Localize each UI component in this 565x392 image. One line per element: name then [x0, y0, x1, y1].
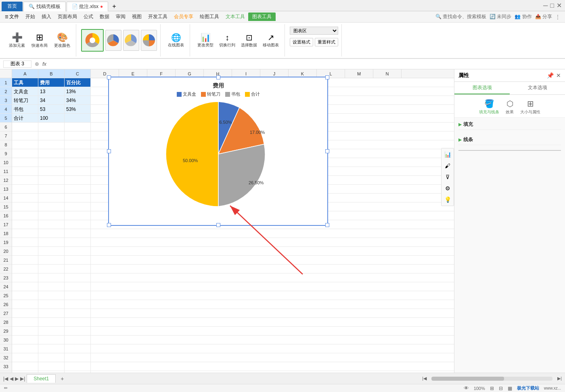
view-icon-page[interactable]: ⊟ [499, 386, 503, 391]
cell-B2[interactable]: 13 [38, 87, 65, 96]
ribbon-tab-insert[interactable]: 插入 [38, 13, 54, 21]
row-num-27[interactable]: 27 [0, 309, 12, 318]
row-num-16[interactable]: 16 [0, 211, 12, 220]
cell-A1[interactable]: 工具 [12, 78, 38, 87]
row-num-30[interactable]: 30 [0, 336, 12, 344]
handle-tl[interactable] [107, 75, 111, 79]
line-section-header[interactable]: ▶ 线条 [458, 133, 561, 145]
row-num-17[interactable]: 17 [0, 220, 12, 229]
row-num-13[interactable]: 13 [0, 185, 12, 194]
cell-A4[interactable]: 书包 [12, 105, 38, 113]
nav-next[interactable]: ▶ [15, 376, 19, 382]
ribbon-tab-review[interactable]: 审阅 [113, 13, 129, 21]
share-icon[interactable]: 📤 分享 [535, 13, 552, 20]
row-num-5[interactable]: 5 [0, 114, 12, 123]
cell-B4[interactable]: 53 [38, 105, 65, 113]
set-format-btn[interactable]: 设置格式 [290, 38, 313, 46]
row-num-12[interactable]: 12 [0, 176, 12, 185]
maximize-btn[interactable]: □ [550, 2, 554, 9]
minimize-btn[interactable]: ─ [543, 2, 548, 9]
cell-A3[interactable]: 转笔刀 [12, 96, 38, 104]
cell-ref-input[interactable] [3, 60, 31, 68]
nav-last[interactable]: ▶| [20, 376, 25, 382]
subtab-size-prop[interactable]: ⊞ 大小与属性 [520, 99, 540, 115]
cell-C3[interactable]: 34% [65, 96, 91, 104]
row-num-23[interactable]: 23 [0, 273, 12, 282]
col-N[interactable]: N [373, 69, 402, 78]
cell-C5[interactable] [65, 114, 91, 122]
ribbon-tab-chart[interactable]: 图表工具 [248, 13, 276, 21]
row-num-4[interactable]: 4 [0, 105, 12, 114]
reset-style-btn[interactable]: 重置样式 [315, 38, 338, 46]
add-sheet-btn[interactable]: + [57, 374, 67, 383]
collab-icon[interactable]: 👥 协作 [515, 13, 532, 20]
quick-layout-btn[interactable]: ⊞ 快速布局 [29, 31, 50, 49]
row-num-2[interactable]: 2 [0, 87, 12, 96]
ribbon-tab-dev[interactable]: 开发工具 [145, 13, 171, 21]
chart-area-select[interactable]: 图表区 [290, 27, 338, 35]
cell-C2[interactable]: 13% [65, 87, 91, 96]
pie-slice-3[interactable] [165, 102, 218, 206]
fill-section-header[interactable]: ▶ 填充 [458, 118, 561, 130]
row-num-18[interactable]: 18 [0, 229, 12, 238]
row-num-24[interactable]: 24 [0, 282, 12, 291]
row-num-1[interactable]: 1 [0, 78, 12, 87]
change-type-btn[interactable]: 📊 更改类型 [195, 32, 216, 49]
row-num-6[interactable]: 6 [0, 123, 12, 131]
ribbon-tab-member[interactable]: 会员专享 [171, 13, 197, 21]
view-icon-normal[interactable]: ⊞ [490, 386, 494, 391]
cell-A5[interactable]: 合计 [12, 114, 38, 122]
col-C[interactable]: C [65, 69, 91, 78]
row-num-7[interactable]: 7 [0, 131, 12, 140]
nav-first[interactable]: |◀ [3, 376, 8, 382]
online-chart-btn[interactable]: 🌐 在线图表 [165, 32, 186, 49]
col-A[interactable]: A [12, 69, 38, 78]
chart-overlay[interactable]: 费用 文具盒 转笔刀 书包 合计 [108, 77, 328, 226]
row-num-20[interactable]: 20 [0, 247, 12, 256]
h-scrollbar-thumb[interactable] [431, 377, 504, 381]
ribbon-tab-data[interactable]: 数据 [96, 13, 113, 21]
unsync-icon[interactable]: 🔄 未同步 [490, 13, 511, 20]
move-chart-btn[interactable]: ↗ 移动图表 [260, 32, 281, 49]
col-M[interactable]: M [345, 69, 373, 78]
row-num-26[interactable]: 26 [0, 300, 12, 309]
tab-file[interactable]: 📄 批注.xlsx ● [67, 2, 108, 11]
handle-tc[interactable] [216, 75, 220, 79]
cell-A2[interactable]: 文具盒 [12, 87, 38, 96]
row-num-11[interactable]: 11 [0, 167, 12, 176]
row-num-25[interactable]: 25 [0, 291, 12, 300]
switch-row-col-btn[interactable]: ↕ 切换行列 [217, 32, 238, 49]
row-num-28[interactable]: 28 [0, 318, 12, 327]
ribbon-tab-view[interactable]: 视图 [129, 13, 145, 21]
cell-B5[interactable]: 100 [38, 114, 65, 122]
row-num-10[interactable]: 10 [0, 158, 12, 167]
row-num-21[interactable]: 21 [0, 256, 12, 265]
handle-bl[interactable] [107, 223, 111, 227]
view-icon-eye[interactable]: 👁 [464, 385, 469, 391]
tab-home[interactable]: 首页 [2, 2, 23, 11]
change-color-btn[interactable]: 🎨 更改颜色 [52, 31, 73, 49]
tab-text-options[interactable]: 文本选项 [510, 82, 565, 94]
ribbon-tab-text[interactable]: 文本工具 [222, 13, 248, 21]
ribbon-tab-pagelayout[interactable]: 页面布局 [54, 13, 80, 21]
tab-template[interactable]: 🔍 找稿壳模板 [23, 2, 66, 11]
cell-C4[interactable]: 53% [65, 105, 91, 113]
cell-B3[interactable]: 34 [38, 96, 65, 104]
tab-chart-options[interactable]: 图表选项 [454, 82, 510, 94]
col-B[interactable]: B [38, 69, 65, 78]
row-num-22[interactable]: 22 [0, 265, 12, 273]
panel-close-icon[interactable]: ✕ [556, 72, 561, 79]
row-num-29[interactable]: 29 [0, 327, 12, 336]
handle-br[interactable] [325, 223, 329, 227]
formula-input[interactable] [50, 61, 562, 67]
chart-thumb-4[interactable] [141, 30, 157, 51]
select-data-btn[interactable]: ⊡ 选择数据 [239, 32, 259, 49]
row-num-19[interactable]: 19 [0, 238, 12, 247]
search-icon[interactable]: 🔍 查找命令、搜索模板 [435, 13, 486, 20]
chart-thumb-1[interactable] [81, 29, 104, 52]
ribbon-tab-formula[interactable]: 公式 [80, 13, 96, 21]
handle-ml[interactable] [107, 149, 111, 153]
row-num-3[interactable]: 3 [0, 96, 12, 105]
handle-bc[interactable] [216, 223, 220, 227]
h-scrollbar[interactable] [431, 377, 552, 381]
